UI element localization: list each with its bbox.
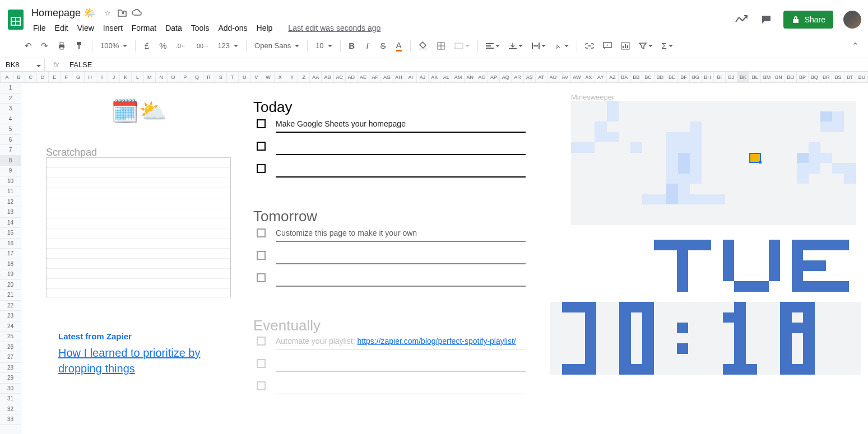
row-header-28[interactable]: 28 bbox=[0, 363, 21, 374]
col-header-O[interactable]: O bbox=[168, 72, 179, 82]
fill-color-button[interactable] bbox=[415, 39, 431, 53]
filter-button[interactable] bbox=[635, 39, 656, 53]
row-header-17[interactable]: 17 bbox=[0, 249, 21, 259]
chart-button[interactable] bbox=[618, 39, 633, 53]
row-header-13[interactable]: 13 bbox=[0, 207, 21, 218]
row-header-29[interactable]: 29 bbox=[0, 373, 21, 384]
col-header-BR[interactable]: BR bbox=[820, 72, 832, 82]
increase-decimal-button[interactable]: .00→ bbox=[192, 39, 212, 53]
col-header-BP[interactable]: BP bbox=[797, 72, 809, 82]
col-header-H[interactable]: H bbox=[85, 72, 96, 82]
col-header-Z[interactable]: Z bbox=[298, 72, 310, 82]
row-header-14[interactable]: 14 bbox=[0, 218, 21, 228]
col-header-E[interactable]: E bbox=[49, 72, 61, 82]
row-header-20[interactable]: 20 bbox=[0, 280, 21, 291]
borders-button[interactable] bbox=[433, 39, 449, 53]
col-header-AZ[interactable]: AZ bbox=[607, 72, 619, 82]
col-header-AY[interactable]: AY bbox=[595, 72, 607, 82]
col-header-B[interactable]: B bbox=[13, 72, 25, 82]
row-header-3[interactable]: 3 bbox=[0, 104, 21, 114]
col-header-W[interactable]: W bbox=[262, 72, 274, 82]
comment-icon[interactable] bbox=[759, 12, 773, 27]
eventually-link[interactable]: https://zapier.com/blog/perfect-spotify-… bbox=[358, 337, 516, 346]
row-header-2[interactable]: 2 bbox=[0, 94, 21, 104]
col-header-AV[interactable]: AV bbox=[559, 72, 571, 82]
col-header-AA[interactable]: AA bbox=[310, 72, 322, 82]
col-header-R[interactable]: R bbox=[203, 72, 215, 82]
col-header-BN[interactable]: BN bbox=[773, 72, 785, 82]
scratchpad-box[interactable] bbox=[46, 157, 231, 297]
row-header-21[interactable]: 21 bbox=[0, 290, 21, 301]
col-header-AF[interactable]: AF bbox=[369, 72, 381, 82]
valign-button[interactable] bbox=[505, 39, 526, 53]
redo-button[interactable]: ↷ bbox=[38, 39, 52, 53]
row-header-7[interactable]: 7 bbox=[0, 145, 21, 156]
col-header-AX[interactable]: AX bbox=[583, 72, 595, 82]
row-header-8[interactable]: 8 bbox=[0, 156, 21, 166]
col-header-BC[interactable]: BC bbox=[642, 72, 654, 82]
col-header-BH[interactable]: BH bbox=[702, 72, 713, 82]
col-header-U[interactable]: U bbox=[239, 72, 250, 82]
col-header-BJ[interactable]: BJ bbox=[726, 72, 737, 82]
col-header-G[interactable]: G bbox=[72, 72, 84, 82]
name-box[interactable]: BK8 bbox=[0, 58, 45, 71]
collapse-toolbar-button[interactable]: ⌃ bbox=[848, 39, 862, 53]
row-header-5[interactable]: 5 bbox=[0, 124, 21, 135]
merge-button[interactable] bbox=[451, 39, 473, 53]
functions-button[interactable]: Σ bbox=[658, 39, 676, 53]
font-dropdown[interactable]: Open Sans bbox=[251, 39, 303, 52]
col-header-Q[interactable]: Q bbox=[191, 72, 203, 82]
row-header-1[interactable]: 1 bbox=[0, 83, 21, 94]
rotate-button[interactable]: A bbox=[551, 39, 572, 53]
minesweeper-grid[interactable] bbox=[571, 101, 856, 225]
menu-tools[interactable]: Tools bbox=[187, 21, 213, 35]
strike-button[interactable]: S bbox=[377, 39, 390, 53]
zoom-dropdown[interactable]: 100% bbox=[97, 39, 131, 52]
share-button[interactable]: Share bbox=[783, 11, 833, 29]
row-header-10[interactable]: 10 bbox=[0, 176, 21, 187]
col-header-BA[interactable]: BA bbox=[619, 72, 630, 82]
menu-view[interactable]: View bbox=[73, 21, 98, 35]
row-header-26[interactable]: 26 bbox=[0, 342, 21, 353]
menu-edit[interactable]: Edit bbox=[51, 21, 72, 35]
row-header-23[interactable]: 23 bbox=[0, 311, 21, 321]
col-header-BQ[interactable]: BQ bbox=[809, 72, 820, 82]
percent-button[interactable]: % bbox=[156, 39, 170, 53]
col-header-A[interactable]: A bbox=[1, 72, 13, 82]
font-size-dropdown[interactable]: 10 bbox=[312, 39, 335, 52]
col-header-K[interactable]: K bbox=[120, 72, 132, 82]
star-icon[interactable]: ☆ bbox=[103, 8, 113, 18]
spreadsheet-canvas[interactable]: 🗓️ ⛅ Scratchpad Latest from Zapier How I… bbox=[21, 83, 868, 434]
row-header-24[interactable]: 24 bbox=[0, 321, 21, 332]
last-edit[interactable]: Last edit was seconds ago bbox=[284, 21, 384, 35]
text-color-button[interactable]: A bbox=[392, 39, 406, 53]
move-icon[interactable] bbox=[117, 8, 127, 18]
row-header-33[interactable]: 33 bbox=[0, 414, 21, 425]
formula-input[interactable]: FALSE bbox=[67, 60, 868, 69]
col-header-J[interactable]: J bbox=[108, 72, 120, 82]
col-header-BF[interactable]: BF bbox=[678, 72, 690, 82]
col-header-AG[interactable]: AG bbox=[381, 72, 393, 82]
col-header-M[interactable]: M bbox=[144, 72, 156, 82]
row-header-19[interactable]: 19 bbox=[0, 269, 21, 280]
format-dropdown[interactable]: 123 bbox=[214, 39, 242, 52]
avatar[interactable] bbox=[843, 11, 861, 29]
col-header-AE[interactable]: AE bbox=[358, 72, 369, 82]
halign-button[interactable] bbox=[482, 39, 503, 53]
col-header-I[interactable]: I bbox=[96, 72, 108, 82]
col-header-X[interactable]: X bbox=[275, 72, 286, 82]
row-header-30[interactable]: 30 bbox=[0, 384, 21, 394]
col-header-AI[interactable]: AI bbox=[405, 72, 417, 82]
blog-link[interactable]: How I learned to prioritize by dropping … bbox=[58, 345, 226, 376]
col-header-AC[interactable]: AC bbox=[334, 72, 346, 82]
col-header-AQ[interactable]: AQ bbox=[500, 72, 512, 82]
col-header-AS[interactable]: AS bbox=[524, 72, 536, 82]
menu-help[interactable]: Help bbox=[253, 21, 277, 35]
col-header-Y[interactable]: Y bbox=[286, 72, 298, 82]
menu-insert[interactable]: Insert bbox=[99, 21, 127, 35]
row-header-32[interactable]: 32 bbox=[0, 404, 21, 415]
col-header-BL[interactable]: BL bbox=[749, 72, 761, 82]
menu-data[interactable]: Data bbox=[161, 21, 186, 35]
col-header-L[interactable]: L bbox=[132, 72, 143, 82]
row-header-22[interactable]: 22 bbox=[0, 301, 21, 311]
